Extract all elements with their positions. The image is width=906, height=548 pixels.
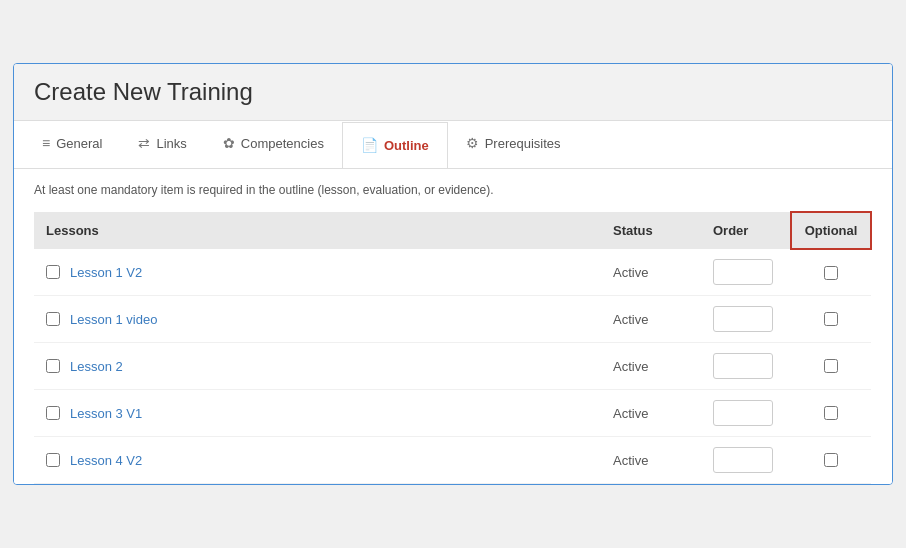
optional-checkbox-2[interactable] <box>824 359 838 373</box>
order-cell-0 <box>701 249 791 296</box>
tab-links-label: Links <box>156 136 186 151</box>
row-select-checkbox-4[interactable] <box>46 453 60 467</box>
lesson-name-2: Lesson 2 <box>70 359 123 374</box>
page-title: Create New Training <box>34 78 872 106</box>
optional-cell-1 <box>791 296 871 343</box>
status-text-0: Active <box>613 265 648 280</box>
optional-checkbox-4[interactable] <box>824 453 838 467</box>
col-status: Status <box>601 212 701 249</box>
optional-checkbox-0[interactable] <box>824 266 838 280</box>
lesson-cell-3: Lesson 3 V1 <box>34 390 601 437</box>
optional-cell-0 <box>791 249 871 296</box>
table-row: Lesson 2 Active <box>34 343 871 390</box>
content-area: At least one mandatory item is required … <box>14 169 892 484</box>
lesson-cell-1: Lesson 1 video <box>34 296 601 343</box>
lesson-cell-0: Lesson 1 V2 <box>34 249 601 296</box>
general-icon: ≡ <box>42 135 50 151</box>
table-row: Lesson 1 video Active <box>34 296 871 343</box>
table-header-row: Lessons Status Order Optional <box>34 212 871 249</box>
order-cell-1 <box>701 296 791 343</box>
optional-checkbox-3[interactable] <box>824 406 838 420</box>
tab-prerequisites-label: Prerequisites <box>485 136 561 151</box>
tab-outline-label: Outline <box>384 138 429 153</box>
tab-general-label: General <box>56 136 102 151</box>
lesson-cell-2: Lesson 2 <box>34 343 601 390</box>
order-input-1[interactable] <box>713 306 773 332</box>
table-row: Lesson 3 V1 Active <box>34 390 871 437</box>
info-text: At least one mandatory item is required … <box>34 183 872 197</box>
tab-outline[interactable]: 📄 Outline <box>342 122 448 168</box>
tab-general[interactable]: ≡ General <box>24 121 120 168</box>
optional-cell-3 <box>791 390 871 437</box>
col-lessons: Lessons <box>34 212 601 249</box>
status-text-1: Active <box>613 312 648 327</box>
table-row: Lesson 1 V2 Active <box>34 249 871 296</box>
status-cell-2: Active <box>601 343 701 390</box>
status-cell-3: Active <box>601 390 701 437</box>
row-select-checkbox-0[interactable] <box>46 265 60 279</box>
order-input-4[interactable] <box>713 447 773 473</box>
order-cell-2 <box>701 343 791 390</box>
col-order: Order <box>701 212 791 249</box>
optional-cell-2 <box>791 343 871 390</box>
order-cell-3 <box>701 390 791 437</box>
row-select-checkbox-2[interactable] <box>46 359 60 373</box>
order-cell-4 <box>701 437 791 484</box>
tab-links[interactable]: ⇄ Links <box>120 121 204 168</box>
tab-competencies-label: Competencies <box>241 136 324 151</box>
lesson-cell-4: Lesson 4 V2 <box>34 437 601 484</box>
order-input-0[interactable] <box>713 259 773 285</box>
tab-competencies[interactable]: ✿ Competencies <box>205 121 342 168</box>
page-header: Create New Training <box>14 64 892 121</box>
prerequisites-icon: ⚙ <box>466 135 479 151</box>
outline-icon: 📄 <box>361 137 378 153</box>
status-cell-0: Active <box>601 249 701 296</box>
lesson-name-1: Lesson 1 video <box>70 312 157 327</box>
order-input-2[interactable] <box>713 353 773 379</box>
main-container: Create New Training ≡ General ⇄ Links ✿ … <box>13 63 893 485</box>
col-optional: Optional <box>791 212 871 249</box>
row-select-checkbox-1[interactable] <box>46 312 60 326</box>
status-text-4: Active <box>613 453 648 468</box>
row-select-checkbox-3[interactable] <box>46 406 60 420</box>
status-text-2: Active <box>613 359 648 374</box>
status-cell-1: Active <box>601 296 701 343</box>
optional-checkbox-1[interactable] <box>824 312 838 326</box>
table-row: Lesson 4 V2 Active <box>34 437 871 484</box>
competencies-icon: ✿ <box>223 135 235 151</box>
lesson-name-3: Lesson 3 V1 <box>70 406 142 421</box>
lesson-name-4: Lesson 4 V2 <box>70 453 142 468</box>
lessons-table: Lessons Status Order Optional Lesson 1 V… <box>34 211 872 484</box>
tab-prerequisites[interactable]: ⚙ Prerequisites <box>448 121 579 168</box>
optional-cell-4 <box>791 437 871 484</box>
lesson-name-0: Lesson 1 V2 <box>70 265 142 280</box>
links-icon: ⇄ <box>138 135 150 151</box>
status-cell-4: Active <box>601 437 701 484</box>
tabs-bar: ≡ General ⇄ Links ✿ Competencies 📄 Outli… <box>14 121 892 169</box>
order-input-3[interactable] <box>713 400 773 426</box>
status-text-3: Active <box>613 406 648 421</box>
